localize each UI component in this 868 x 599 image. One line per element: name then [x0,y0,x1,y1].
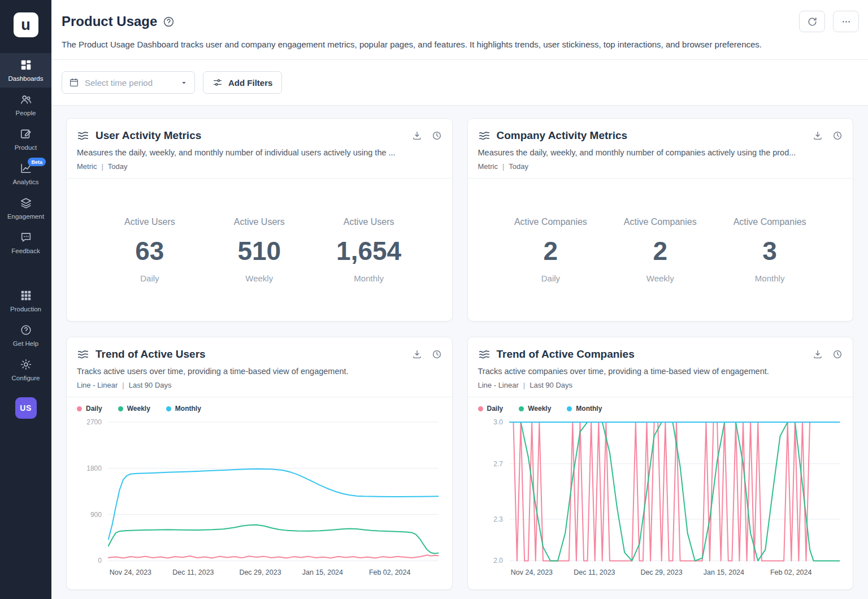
sidebar-item-production[interactable]: Production [0,284,51,318]
svg-text:900: 900 [90,511,102,519]
metric-period: Monthly [727,274,812,283]
legend-item-monthly[interactable]: Monthly [166,405,201,413]
legend-item-daily[interactable]: Daily [77,405,102,413]
help-icon[interactable] [163,16,175,28]
card-meta: Line - Linear|Last 90 Days [478,381,843,389]
metrics-row: Active Users 63 Daily Active Users 510 W… [67,179,452,321]
clock-icon[interactable] [832,349,843,359]
metric-weekly: Active Companies 2 Weekly [618,217,702,283]
metric-monthly: Active Users 1,654 Monthly [327,217,411,283]
chevron-down-icon [180,79,188,86]
metric-label: Active Users [107,217,192,227]
svg-text:Nov 24, 2023: Nov 24, 2023 [110,568,151,576]
sidebar-item-label: Product [15,144,37,151]
sidebar: u Dashboards People Product [0,0,51,599]
legend-label: Monthly [576,405,602,413]
legend-label: Weekly [528,405,551,413]
legend-item-weekly[interactable]: Weekly [118,405,150,413]
sidebar-item-product[interactable]: Product [0,122,51,157]
card-meta: Metric|Today [478,162,843,171]
legend-label: Daily [86,405,102,413]
more-options-button[interactable] [833,11,859,32]
sidebar-item-label: Engagement [7,213,44,220]
download-icon[interactable] [412,131,422,141]
product-icon [20,128,32,140]
trend-active-users-card: Trend of Active Users Tracks active user… [66,337,453,590]
legend-dot [567,406,572,411]
metric-label: Active Companies [618,217,702,227]
legend-dot [478,406,483,411]
card-description: Measures the daily, weekly, and monthly … [478,148,843,157]
legend-item-monthly[interactable]: Monthly [567,405,602,413]
user-avatar[interactable]: US [15,397,37,419]
svg-text:2700: 2700 [86,418,102,426]
legend-dot [519,406,524,411]
clock-icon[interactable] [432,349,442,359]
dashboard-grid: User Activity Metrics Measures the daily… [51,106,868,599]
sidebar-item-dashboards[interactable]: Dashboards [0,53,51,88]
card-title: Trend of Active Companies [497,348,635,361]
layers-icon [20,197,32,209]
main-area: Product Usage The Product Usage Dashboar… [51,0,868,599]
sidebar-item-engagement[interactable]: Engagement [0,191,51,225]
metric-value: 2 [618,236,702,266]
svg-text:Dec 29, 2023: Dec 29, 2023 [239,568,281,576]
metric-period: Weekly [618,274,702,283]
legend-item-weekly[interactable]: Weekly [519,405,551,413]
refresh-icon [807,16,818,27]
metric-label: Active Users [327,217,411,227]
app-logo-letter: u [21,16,31,34]
svg-text:3.0: 3.0 [493,418,503,426]
legend-item-daily[interactable]: Daily [478,405,504,413]
metric-daily: Active Users 63 Daily [107,217,192,283]
app-root: u Dashboards People Product [0,0,868,599]
sidebar-item-people[interactable]: People [0,88,51,122]
add-filters-button[interactable]: Add Filters [203,71,282,94]
card-meta: Metric|Today [77,162,442,171]
nav-divider-gap [0,260,51,284]
metric-value: 63 [107,236,192,266]
svg-text:Jan 15, 2024: Jan 15, 2024 [703,568,744,576]
sidebar-item-get-help[interactable]: Get Help [0,318,51,353]
download-icon[interactable] [813,131,823,141]
time-period-select[interactable]: Select time period [62,71,195,94]
refresh-button[interactable] [799,11,825,32]
filters-icon [212,77,223,88]
chart-lines-icon [478,348,491,361]
legend-label: Monthly [175,405,201,413]
metric-label: Active Companies [727,217,812,227]
sidebar-item-configure[interactable]: Configure [0,353,51,387]
legend-label: Weekly [127,405,150,413]
company-activity-metrics-card: Company Activity Metrics Measures the da… [467,118,854,322]
card-title: Company Activity Metrics [497,129,628,142]
clock-icon[interactable] [832,131,843,141]
card-title: User Activity Metrics [96,129,201,142]
svg-text:2.3: 2.3 [493,515,503,523]
download-icon[interactable] [813,349,823,359]
legend-dot [118,406,123,411]
legend-label: Daily [487,405,504,413]
page-title: Product Usage [62,14,157,29]
sidebar-item-label: Feedback [11,248,40,254]
add-filters-label: Add Filters [228,78,272,88]
svg-text:Dec 11, 2023: Dec 11, 2023 [172,568,214,576]
metric-value: 510 [217,236,302,266]
sidebar-item-label: Production [10,306,41,312]
sidebar-item-feedback[interactable]: Feedback [0,225,51,260]
chart-lines-icon [77,129,89,142]
sidebar-nav: Dashboards People Product Beta Analytic [0,53,51,387]
metric-period: Daily [107,274,192,283]
metric-monthly: Active Companies 3 Monthly [727,217,812,283]
beta-badge: Beta [28,158,46,166]
sidebar-item-label: Dashboards [8,75,43,82]
app-logo[interactable]: u [14,12,38,37]
download-icon[interactable] [412,349,422,359]
sidebar-item-analytics[interactable]: Beta Analytics [0,157,51,191]
metric-value: 3 [727,236,812,266]
filter-bar: Select time period Add Filters [51,60,868,106]
card-description: Tracks active users over time, providing… [77,367,442,376]
clock-icon[interactable] [432,131,442,141]
dashboards-icon [20,59,32,71]
metric-label: Active Users [217,217,302,227]
svg-text:Feb 02, 2024: Feb 02, 2024 [369,568,411,576]
